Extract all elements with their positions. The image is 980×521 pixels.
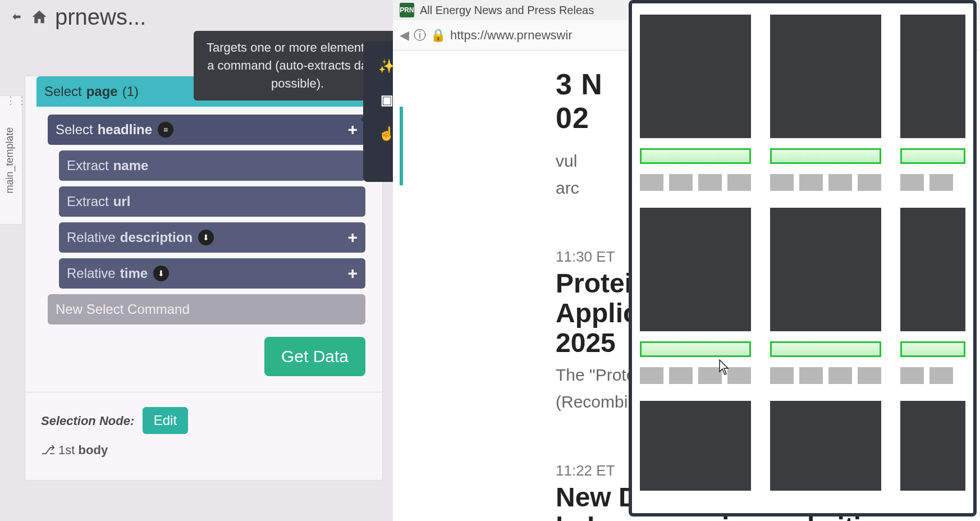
- path-element: body: [79, 443, 108, 457]
- preview-card: [770, 401, 881, 501]
- new-command-placeholder: New Select Command: [56, 301, 190, 317]
- cmd-arg: name: [113, 158, 149, 173]
- cmd-label: Relative: [67, 230, 116, 245]
- tab-title: All Energy News and Press Releas: [420, 4, 594, 17]
- list-icon: ≡: [158, 122, 173, 138]
- nav-back-icon[interactable]: ◀: [400, 28, 409, 43]
- lock-icon: 🔒: [431, 28, 446, 43]
- selection-node-path: ⎇ 1st body: [41, 443, 367, 458]
- back-icon[interactable]: [6, 6, 28, 28]
- preview-card: [900, 15, 965, 191]
- favicon-icon: PRN: [400, 3, 414, 17]
- cmd-arg: url: [113, 194, 131, 209]
- cmd-arg: page: [86, 84, 118, 99]
- preview-card: [770, 208, 881, 384]
- selection-node-label: Selection Node:: [41, 414, 134, 428]
- cmd-label: Select: [44, 84, 82, 99]
- preview-card: [900, 401, 965, 501]
- path-prefix: ⎇ 1st: [41, 443, 79, 457]
- download-icon: ⬇: [153, 266, 169, 281]
- cmd-label: Relative: [67, 266, 116, 281]
- get-data-button[interactable]: Get Data: [264, 337, 365, 376]
- cmd-label: Extract: [67, 194, 109, 209]
- download-icon: ⬇: [198, 230, 214, 245]
- edit-button[interactable]: Edit: [143, 407, 188, 434]
- selection-preview-overlay: [629, 0, 977, 517]
- template-tab-label: main_template: [4, 127, 16, 193]
- template-tab[interactable]: main_template: [0, 95, 22, 225]
- cmd-arg: headline: [98, 122, 152, 138]
- command-panel: Select page (1) + Select headline ≡ + Ex…: [25, 76, 383, 481]
- preview-card: [900, 208, 965, 384]
- info-icon[interactable]: ⓘ: [414, 27, 426, 44]
- home-icon[interactable]: [28, 6, 51, 28]
- selection-node-section: Selection Node: Edit ⎇ 1st body: [25, 392, 382, 480]
- cmd-label: Extract: [67, 158, 109, 173]
- project-title: prnews...: [55, 4, 146, 30]
- preview-thumb: [640, 15, 751, 138]
- url-text: https://www.prnewswir: [450, 28, 573, 43]
- preview-selected-strip: [640, 148, 751, 164]
- cmd-extract-name[interactable]: Extract name: [59, 150, 365, 181]
- preview-card: [640, 15, 751, 191]
- preview-card: [640, 208, 751, 384]
- cmd-label: Select: [56, 122, 93, 138]
- preview-card: [640, 401, 751, 501]
- cmd-relative-description[interactable]: Relative description ⬇ +: [59, 222, 365, 253]
- cmd-arg: time: [120, 266, 148, 281]
- cmd-relative-time[interactable]: Relative time ⬇ +: [59, 258, 365, 289]
- accent-bar: [400, 107, 403, 185]
- cmd-select-headline[interactable]: Select headline ≡ +: [48, 115, 365, 145]
- cmd-arg: description: [120, 230, 193, 245]
- plus-icon[interactable]: +: [347, 264, 358, 283]
- cmd-count: (1): [122, 84, 139, 99]
- cmd-extract-url[interactable]: Extract url: [59, 186, 365, 217]
- plus-icon[interactable]: +: [347, 228, 358, 247]
- preview-card: [770, 15, 881, 191]
- new-command-input[interactable]: New Select Command: [48, 294, 365, 325]
